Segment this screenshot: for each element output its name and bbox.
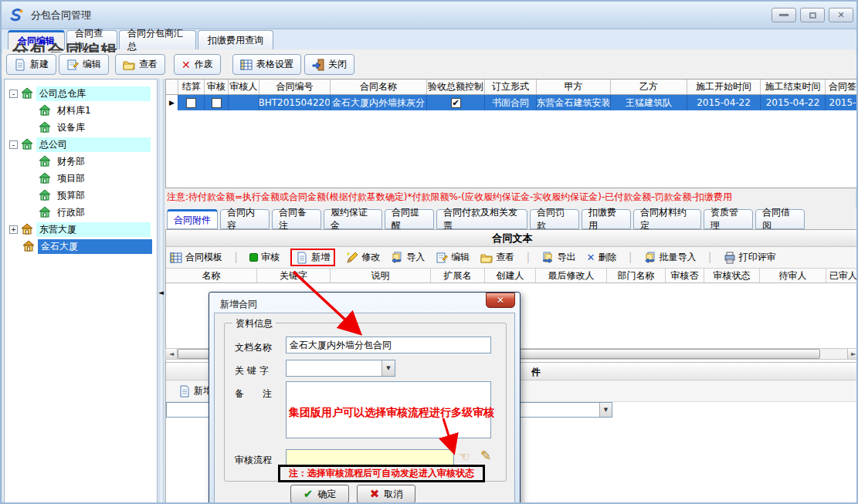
contract-row-selected[interactable]: ▶ FBHT2015042201 金石大厦内外墙抹灰分 ✔ 书面合同 东营金石建… (166, 95, 858, 110)
modify-button[interactable]: 修改 (346, 251, 380, 264)
party-a-cell: 东营金石建筑安装 (537, 95, 611, 110)
folder-icon (480, 252, 493, 264)
import-button[interactable]: 导入 (391, 251, 425, 264)
settle-checkbox[interactable] (186, 98, 196, 108)
export-button[interactable]: 导出 (541, 251, 575, 264)
tab-contract-penalty[interactable]: 合同罚款 (530, 209, 579, 229)
tab-payments-invoices[interactable]: 合同付款及相关发票 (436, 209, 527, 229)
edit-file-button[interactable]: 编辑 (436, 251, 470, 264)
restore-button[interactable] (800, 8, 825, 22)
view-file-button[interactable]: 查看 (480, 251, 514, 264)
tab-attachments[interactable]: 合同附件 (167, 209, 218, 229)
house-icon (39, 121, 51, 134)
audit-green-icon (249, 253, 258, 262)
delete-button[interactable]: ✕删除 (586, 251, 616, 264)
tab-contract-reminder[interactable]: 合同提醒 (385, 209, 434, 229)
flow-input[interactable] (286, 449, 454, 465)
groupbox-label: 资料信息 (232, 317, 276, 330)
tab-subcontractor-summary[interactable]: 合同分包商汇总 (119, 30, 196, 49)
chevron-down-icon[interactable]: ▼ (382, 360, 395, 376)
edit-notepad-icon (66, 59, 79, 71)
tree-item-finance-dept[interactable]: 财务部 (39, 154, 88, 169)
pick-flow-hand-icon[interactable]: ☜ (459, 449, 470, 464)
edit-notepad-icon (436, 252, 448, 264)
close-module-button[interactable]: 关闭 (304, 54, 354, 75)
new-contract-dialog: 新增合同 ✕ 资料信息 文档名称 关 键 字 ▼ 备 注 集团版用户可以选择审核… (209, 292, 521, 504)
new-doc-icon (178, 385, 191, 397)
contracts-grid: 结算 审核 审核人 合同编号 合同名称 验收总额控制 订立形式 甲方 乙方 施工… (165, 79, 858, 188)
keyword-combobox[interactable]: ▼ (286, 360, 395, 377)
pencil-icon (346, 252, 358, 264)
lower-add-button[interactable]: 新增 (178, 384, 212, 397)
collapse-icon[interactable]: - (9, 140, 18, 149)
view-button[interactable]: 查看 (115, 54, 165, 75)
tree-item-budget-dept[interactable]: 预算部 (39, 188, 88, 203)
scroll-right-icon[interactable]: ► (847, 349, 858, 359)
payment-formula-note: 注意:待付款金额=执行金额或合同金额(根据付款基数确定)*付款限额%-(应收履约… (167, 191, 858, 204)
batch-import-button[interactable]: 批量导入 (644, 251, 697, 264)
edit-button[interactable]: 编辑 (59, 54, 109, 75)
house-icon (39, 104, 51, 117)
new-doc-icon (14, 59, 26, 71)
tab-withholding-fee[interactable]: 扣缴费用 (582, 209, 631, 229)
partial-header-text: 件 (531, 366, 541, 379)
contract-code-cell: FBHT2015042201 (259, 95, 331, 110)
end-date-cell: 2015-04-22 (761, 95, 826, 110)
ok-button[interactable]: ✔ 确定 (290, 485, 349, 503)
splitter-collapse-icon[interactable]: ◄ (158, 289, 164, 296)
add-button[interactable]: 新增 (296, 251, 330, 264)
expand-icon[interactable]: + (9, 225, 18, 234)
tree-item-dongying-tower[interactable]: + 东营大厦 (9, 222, 151, 237)
cancel-button[interactable]: ✖ 取消 (357, 485, 415, 503)
tree-item-equipment-store[interactable]: 设备库 (39, 120, 88, 135)
tab-material-agreement[interactable]: 合同材料约定 (633, 209, 701, 229)
sign-date-cell: 2015- (826, 95, 858, 110)
house-icon (39, 155, 51, 167)
dialog-close-button[interactable]: ✕ (486, 293, 515, 308)
audit-button[interactable]: 审核 (249, 251, 280, 264)
minimize-button[interactable] (772, 8, 796, 22)
table-settings-button[interactable]: 表格设置 (232, 54, 301, 75)
house-icon (39, 172, 51, 184)
tab-qualification[interactable]: 资质管理 (704, 209, 753, 229)
tree-item-material-store[interactable]: 材料库1 (39, 103, 94, 118)
chevron-down-icon[interactable]: ▼ (599, 403, 612, 417)
folder-icon (123, 59, 135, 71)
new-doc-icon (296, 252, 308, 264)
acceptance-checkbox[interactable]: ✔ (451, 98, 461, 108)
edit-flow-pen-icon[interactable]: ✎ (480, 448, 491, 463)
tree-item-project-dept[interactable]: 项目部 (39, 171, 88, 186)
dialog-body: 资料信息 文档名称 关 键 字 ▼ 备 注 集团版用户可以选择审核流程进行多级审… (214, 313, 515, 504)
files-toolbar: 合同模板 │ 审核 新增 修改 导入 编辑 查看 │ 导出 ✕删除 │ (166, 247, 858, 269)
tab-contract-borrow[interactable]: 合同借阅 (755, 209, 805, 229)
tree-item-head-office[interactable]: - 总公司 (9, 137, 151, 152)
close-button[interactable]: ✕ (829, 8, 853, 22)
minimize-icon (779, 14, 788, 16)
template-button[interactable]: 合同模板 (170, 251, 222, 264)
tab-withholding-query[interactable]: 扣缴费用查询 (198, 30, 273, 49)
tree-item-admin-dept[interactable]: 行政部 (39, 205, 88, 220)
org-tree: - 公司总仓库 材料库1 设备库 - 总公司 财务部 项目部 预算部 行政部 + (4, 79, 158, 503)
tab-contract-remark[interactable]: 合同备注 (272, 209, 321, 229)
audit-checkbox[interactable] (212, 98, 222, 108)
tab-contract-content[interactable]: 合同内容 (220, 209, 270, 229)
tree-splitter[interactable]: ◄ (158, 79, 164, 503)
doc-name-input[interactable] (286, 337, 491, 353)
collapse-icon[interactable]: - (9, 90, 18, 98)
warehouse-icon (21, 138, 33, 151)
batch-import-icon (644, 252, 656, 264)
main-tabstrip: 合同编辑 合同查询 合同分包商汇总 扣缴费用查询 (2, 29, 858, 49)
tree-item-company-warehouse[interactable]: - 公司总仓库 (9, 86, 151, 101)
flow-note-box: 注：选择审核流程后可自动发起进入审核状态 (278, 465, 485, 482)
tab-performance-bond[interactable]: 履约保证金 (324, 209, 382, 229)
scroll-left-icon[interactable]: ◄ (166, 349, 178, 359)
party-b-cell: 王猛建筑队 (611, 95, 687, 110)
dialog-title: 新增合同 (220, 298, 257, 311)
void-button[interactable]: ✕作废 (174, 54, 221, 75)
new-button[interactable]: 新建 (6, 54, 56, 75)
flow-label: 审核流程 (235, 454, 272, 467)
print-review-button[interactable]: 打印评审 (724, 251, 776, 264)
tree-item-jinshi-tower[interactable]: 金石大厦 (22, 238, 152, 254)
contract-name-cell: 金石大厦内外墙抹灰分 (331, 95, 427, 110)
warehouse-icon (21, 87, 33, 100)
